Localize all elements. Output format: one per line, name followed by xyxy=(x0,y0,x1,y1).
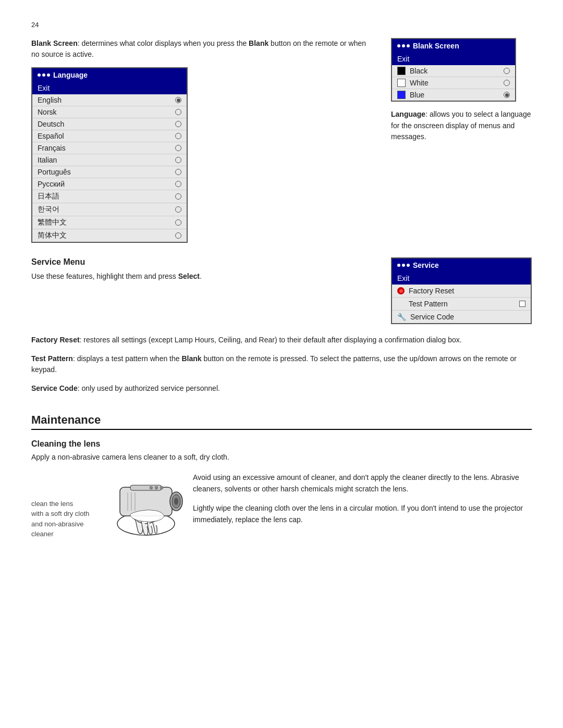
svg-point-4 xyxy=(174,498,178,505)
list-item[interactable]: Norsk xyxy=(32,106,187,118)
radio-portugues xyxy=(175,169,181,175)
dot1 xyxy=(38,73,41,77)
blank-screen-intro: Blank Screen: determines what color disp… xyxy=(31,38,370,60)
service-exit[interactable]: Exit xyxy=(392,272,531,285)
cleaning-intro: Apply a non-abrasive camera lens cleaner… xyxy=(31,453,532,461)
radio-white xyxy=(504,80,510,86)
menu-dots xyxy=(38,73,50,77)
list-item[interactable]: 日本語 xyxy=(32,190,187,203)
blank-screen-white[interactable]: White xyxy=(392,77,515,89)
lang-norsk: Norsk xyxy=(38,108,171,116)
service-menu: Service Exit Factory Reset Test Pattern … xyxy=(391,257,532,324)
lang-deutsch: Deutsch xyxy=(38,120,171,128)
list-item[interactable]: Deutsch xyxy=(32,118,187,130)
blank-screen-title: Blank Screen xyxy=(413,42,459,50)
swatch-black-icon xyxy=(397,67,406,75)
list-item[interactable]: 简体中文 xyxy=(32,229,187,242)
lang-francais: Français xyxy=(38,144,171,152)
blank-screen-black[interactable]: Black xyxy=(392,65,515,77)
test-pattern-checkbox[interactable] xyxy=(519,301,525,307)
service-service-code[interactable]: 🔧 Service Code xyxy=(392,311,531,323)
list-item[interactable]: 繁體中文 xyxy=(32,216,187,229)
language-menu-header: Language xyxy=(32,68,187,82)
sdot3 xyxy=(407,264,410,267)
avoid-text: Avoid using an excessive amount of clean… xyxy=(193,472,532,495)
service-code-label: Service Code xyxy=(410,313,525,321)
swatch-white-icon xyxy=(397,79,406,87)
radio-japanese xyxy=(175,193,181,200)
lang-japanese: 日本語 xyxy=(38,192,171,201)
blank-screen-blue[interactable]: Blue xyxy=(392,89,515,101)
lang-trad-chinese: 繁體中文 xyxy=(38,218,171,227)
language-exit-item[interactable]: Exit xyxy=(32,82,187,94)
factory-reset-description: Factory Reset: restores all settings (ex… xyxy=(31,335,532,346)
blank-menu-dots xyxy=(397,44,410,47)
cleaning-image-area: clean the lenswith a soft dry clothand n… xyxy=(31,472,177,539)
radio-italian xyxy=(175,157,181,163)
lang-russian: Русский xyxy=(38,180,171,188)
blank-screen-exit[interactable]: Exit xyxy=(392,53,515,65)
list-item[interactable]: English xyxy=(32,94,187,106)
service-menu-intro: Use these features, highlight them and p… xyxy=(31,271,370,282)
maintenance-section: Maintenance Cleaning the lens Apply a no… xyxy=(31,413,532,539)
cleaning-heading: Cleaning the lens xyxy=(31,439,532,449)
list-item[interactable]: Español xyxy=(32,130,187,142)
radio-francais xyxy=(175,145,181,151)
radio-russian xyxy=(175,181,181,187)
white-label: White xyxy=(410,79,499,87)
radio-black xyxy=(504,68,510,74)
radio-simp-chinese xyxy=(175,232,181,239)
sdot2 xyxy=(402,264,405,267)
list-item[interactable]: Русский xyxy=(32,178,187,190)
bdot3 xyxy=(407,44,410,47)
factory-reset-label: Factory Reset xyxy=(409,287,525,295)
lang-italian: Italian xyxy=(38,156,171,164)
radio-espanol xyxy=(175,133,181,139)
cleaning-text-area: Avoid using an excessive amount of clean… xyxy=(193,472,532,533)
radio-english xyxy=(175,97,181,103)
page-number: 24 xyxy=(31,21,532,29)
dot2 xyxy=(42,73,45,77)
language-menu-title: Language xyxy=(53,71,88,79)
list-item[interactable]: 한국어 xyxy=(32,203,187,216)
wipe-text: Lightly wipe the cleaning cloth over the… xyxy=(193,502,532,526)
radio-norsk xyxy=(175,109,181,115)
bdot1 xyxy=(397,44,400,47)
svg-point-10 xyxy=(155,486,158,489)
lang-espanol: Español xyxy=(38,132,171,140)
service-test-pattern[interactable]: Test Pattern xyxy=(392,298,531,311)
service-menu-heading: Service Menu xyxy=(31,257,370,267)
blank-screen-menu-header: Blank Screen xyxy=(392,39,515,53)
maintenance-title: Maintenance xyxy=(31,413,532,430)
lang-simp-chinese: 简体中文 xyxy=(38,231,171,240)
wrench-icon: 🔧 xyxy=(397,313,406,321)
radio-red-icon xyxy=(397,287,405,294)
service-factory-reset[interactable]: Factory Reset xyxy=(392,285,531,298)
radio-blue xyxy=(504,92,510,98)
cleaning-content: clean the lenswith a soft dry clothand n… xyxy=(31,472,532,539)
bdot2 xyxy=(402,44,405,47)
lang-portugues: Português xyxy=(38,168,171,176)
black-label: Black xyxy=(410,67,499,75)
test-pattern-description: Test Pattern: displays a test pattern wh… xyxy=(31,353,532,376)
cleaning-caption: clean the lenswith a soft dry clothand n… xyxy=(31,499,99,539)
list-item[interactable]: Italian xyxy=(32,154,187,166)
lang-korean: 한국어 xyxy=(38,205,171,214)
svg-point-11 xyxy=(160,486,163,489)
projector-illustration xyxy=(104,472,188,539)
list-item[interactable]: Português xyxy=(32,166,187,178)
service-code-description: Service Code: only used by authorized se… xyxy=(31,383,532,394)
blank-screen-menu: Blank Screen Exit Black White Blue xyxy=(391,38,516,102)
service-dots xyxy=(397,264,410,267)
language-menu: Language Exit English Norsk Deutsch Espa… xyxy=(31,67,188,243)
service-menu-title: Service xyxy=(413,261,439,269)
language-description: Language: allows you to select a languag… xyxy=(391,109,532,143)
svg-point-9 xyxy=(150,486,153,489)
dot3 xyxy=(47,73,50,77)
radio-deutsch xyxy=(175,121,181,127)
radio-korean xyxy=(175,206,181,213)
lang-english: English xyxy=(38,96,171,104)
radio-red-inner xyxy=(399,289,403,293)
radio-trad-chinese xyxy=(175,219,181,226)
list-item[interactable]: Français xyxy=(32,142,187,154)
